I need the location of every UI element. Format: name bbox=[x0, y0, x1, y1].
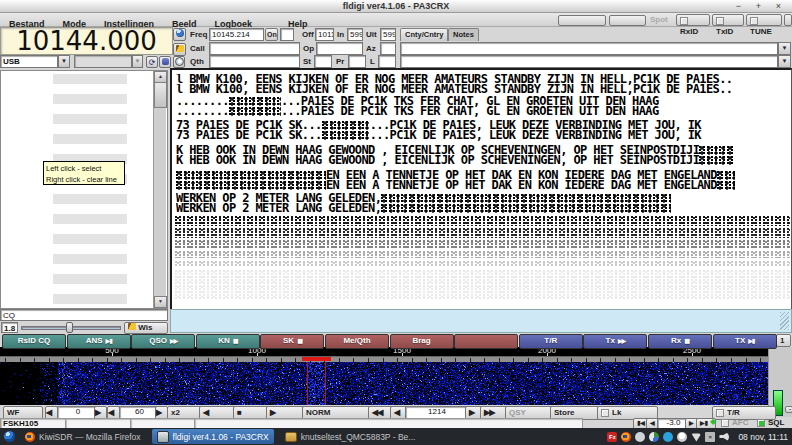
list-scrollbar[interactable]: ▲ ▼ bbox=[153, 71, 166, 308]
macro-button-t-r[interactable]: T/R bbox=[519, 334, 583, 349]
clipboard-tray-icon[interactable]: × bbox=[705, 432, 715, 442]
rxid-toggle[interactable]: RxID bbox=[676, 14, 710, 26]
task-fldigi[interactable]: fldigi ver4.1.06 - PA3CRX bbox=[152, 429, 274, 444]
cq-input[interactable]: CQ bbox=[0, 309, 168, 321]
close-button[interactable]: × bbox=[772, 1, 785, 12]
tr-checkbox[interactable] bbox=[716, 409, 724, 417]
timer-icon[interactable] bbox=[173, 56, 185, 68]
macro-button-me-qth[interactable]: Me/Qth bbox=[325, 334, 389, 349]
country-combo-arrow[interactable]: ▼ bbox=[778, 42, 791, 55]
filezilla-tray-icon[interactable]: Fz bbox=[607, 432, 617, 442]
carrier-select[interactable] bbox=[74, 55, 132, 68]
tune-checkbox[interactable] bbox=[750, 17, 758, 25]
hell-rx-panel[interactable]: l BMW K100, EENS KIJKEN OF ER NOG MEER A… bbox=[170, 68, 792, 310]
minimize-button[interactable]: − bbox=[732, 1, 745, 12]
spot-toggle[interactable]: Spot bbox=[650, 14, 668, 26]
sql-checkbox[interactable] bbox=[757, 419, 765, 427]
mail-tray-icon[interactable] bbox=[635, 432, 645, 442]
hell-noise bbox=[176, 181, 326, 190]
telegram-tray-icon[interactable] bbox=[663, 432, 673, 442]
macro-page-button[interactable]: 1 bbox=[776, 334, 791, 347]
level-value[interactable]: 1.8 bbox=[1, 322, 18, 333]
task-folder[interactable]: knutseltest_QMC5883P - Be... bbox=[280, 429, 421, 444]
task-firefox[interactable]: KiwiSDR — Mozilla Firefox bbox=[20, 429, 146, 444]
macro-button-empty[interactable] bbox=[454, 334, 518, 349]
qth-field[interactable] bbox=[209, 55, 300, 68]
smeter-box bbox=[609, 15, 646, 26]
call-field[interactable] bbox=[209, 42, 300, 55]
az-field[interactable] bbox=[380, 42, 396, 55]
minimize-wf-button[interactable]: - bbox=[785, 406, 792, 413]
start-menu-icon[interactable] bbox=[4, 431, 15, 442]
loc-field[interactable] bbox=[378, 55, 396, 68]
txid-checkbox[interactable] bbox=[716, 17, 724, 25]
carrier-select-arrow[interactable]: ▼ bbox=[132, 55, 143, 68]
time-on-button[interactable]: On bbox=[265, 28, 278, 41]
hell-noise bbox=[322, 121, 370, 130]
frequency-display[interactable]: 10144.000 bbox=[0, 27, 173, 55]
time-off-field[interactable]: 1011 bbox=[315, 28, 334, 41]
rst-in-field[interactable]: 599 bbox=[347, 28, 363, 41]
afc-toggle[interactable]: AFC bbox=[721, 418, 748, 428]
log-freq-field[interactable]: 10145.214 bbox=[209, 28, 264, 41]
waterfall-display[interactable] bbox=[0, 362, 768, 405]
maximize-button[interactable]: + bbox=[752, 1, 765, 12]
sql-toggle[interactable]: SQL bbox=[757, 418, 784, 428]
mode-select-arrow[interactable]: ▼ bbox=[58, 55, 70, 68]
macro-button-tx[interactable]: TX▶▮ bbox=[713, 334, 777, 349]
st-field[interactable] bbox=[314, 55, 332, 68]
macro-glyph-icon: ▮▮ bbox=[684, 338, 689, 344]
notes-combo[interactable] bbox=[400, 55, 778, 68]
macro-button-sk[interactable]: SK▮▮ bbox=[260, 334, 324, 349]
waterfall-cursor[interactable] bbox=[302, 357, 331, 361]
macro-button-qso[interactable]: QSO▶▶ bbox=[131, 334, 195, 349]
macro-button-brag[interactable]: Brag bbox=[390, 334, 454, 349]
rst-out-field[interactable]: 599 bbox=[380, 28, 396, 41]
txid-toggle[interactable]: TxID bbox=[712, 14, 744, 26]
tx-text-panel[interactable] bbox=[170, 309, 792, 333]
macro-button-tx[interactable]: Tx▶▶ bbox=[583, 334, 647, 349]
macro-button-rx[interactable]: Rx▮▮ bbox=[648, 334, 712, 349]
scroll-down-icon[interactable]: ▼ bbox=[154, 296, 167, 308]
tune-button[interactable]: TUNE bbox=[746, 14, 782, 26]
mode-select[interactable]: USB bbox=[0, 55, 58, 68]
noise-band bbox=[175, 270, 790, 300]
country-combo[interactable] bbox=[400, 42, 778, 55]
notes-combo-arrow[interactable]: ▼ bbox=[778, 55, 791, 68]
op-field[interactable] bbox=[316, 42, 363, 55]
wis-label: Wis bbox=[138, 323, 152, 332]
tab-cnty-cntry[interactable]: Cnty/Cntry bbox=[400, 28, 448, 41]
reverse-icon[interactable]: ⟳ bbox=[146, 56, 158, 68]
bell-tray-icon[interactable] bbox=[677, 432, 687, 442]
maps-tray-icon[interactable] bbox=[649, 432, 659, 442]
rst-out-label: Uit bbox=[366, 29, 377, 41]
signal-browser-list[interactable]: ▲ ▼ bbox=[0, 70, 168, 309]
rxid-checkbox[interactable] bbox=[680, 17, 688, 25]
macro-button-rsid-cq[interactable]: RsID CQ bbox=[2, 334, 66, 349]
scrollbar-thumb[interactable] bbox=[154, 82, 167, 108]
pr-field[interactable] bbox=[348, 55, 366, 68]
firefox-tray-icon[interactable] bbox=[621, 432, 631, 442]
qth-label: Qth bbox=[190, 56, 204, 68]
hell-text: K HEB OOK IN DEWN HAAG GEWOOND , EICENLI… bbox=[176, 155, 699, 166]
clear-tx-button[interactable]: Wis bbox=[124, 322, 168, 334]
qrz-lookup-button[interactable] bbox=[173, 28, 186, 41]
slider-handle[interactable] bbox=[66, 322, 73, 333]
noise-band bbox=[175, 261, 790, 267]
tune-lock-icon[interactable] bbox=[159, 56, 171, 68]
macro-button-ans[interactable]: ANS▶▮ bbox=[67, 334, 131, 349]
clear-log-button[interactable] bbox=[173, 43, 186, 56]
resize-grip[interactable] bbox=[780, 312, 789, 330]
taskbar-clock[interactable]: 08 nov, 11:11 bbox=[738, 432, 788, 442]
hell-text: ...PA1ES DE PC1K TKS FER CHAT, GL EN GRO… bbox=[281, 106, 659, 117]
title-bar[interactable]: fldigi ver4.1.06 - PA3CRX − + × bbox=[0, 0, 792, 13]
time-on-field[interactable] bbox=[280, 28, 294, 41]
blue-square-icon bbox=[162, 58, 169, 65]
list-row bbox=[53, 94, 127, 104]
volume-tray-icon[interactable] bbox=[719, 432, 729, 442]
tab-notes[interactable]: Notes bbox=[448, 28, 479, 41]
wifi-tray-icon[interactable] bbox=[691, 432, 701, 442]
lock-checkbox[interactable] bbox=[601, 409, 609, 417]
macro-button-kn[interactable]: KN▮▮ bbox=[196, 334, 260, 349]
afc-checkbox[interactable] bbox=[721, 419, 729, 427]
